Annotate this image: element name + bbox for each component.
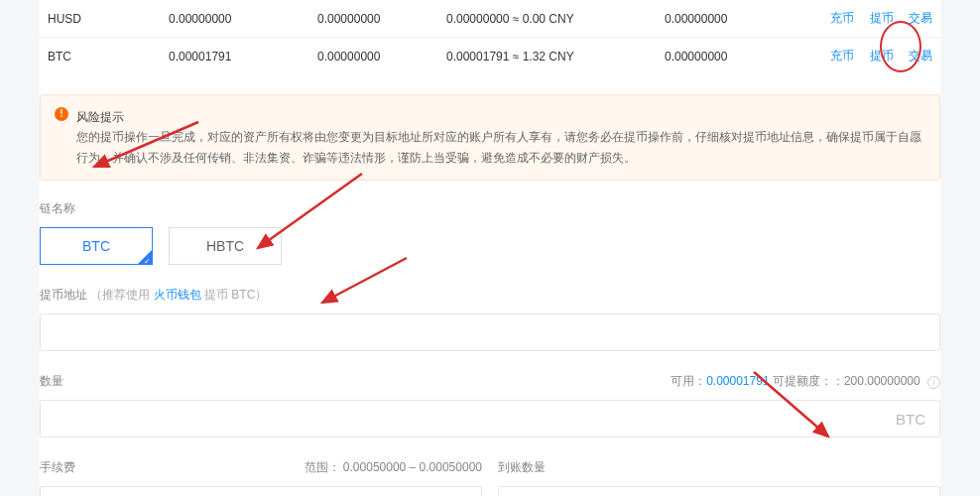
withdraw-link[interactable]: 提币: [870, 11, 894, 25]
address-label: 提币地址: [40, 288, 87, 302]
warning-title: 风险提示: [76, 110, 124, 124]
amount-input[interactable]: BTC: [40, 400, 940, 437]
withdraw-link[interactable]: 提币: [870, 49, 894, 62]
deposit-link[interactable]: 充币: [830, 49, 854, 62]
value-cell: 0.00001791 ≈ 1.32 CNY: [446, 50, 665, 63]
coin-cell: BTC: [40, 50, 169, 63]
trade-link[interactable]: 交易: [909, 11, 932, 25]
received-input: 0.00000000 BTC: [498, 486, 940, 496]
chain-tab-hbtc[interactable]: HBTC: [169, 227, 282, 265]
value-cell: 0.00000000 ≈ 0.00 CNY: [446, 12, 665, 26]
available-value: 0.00001791: [706, 374, 769, 388]
amount-field[interactable]: [55, 412, 896, 427]
warning-icon: !: [55, 107, 68, 121]
amount-label: 数量: [40, 373, 63, 390]
table-row: BTC 0.00001791 0.00000000 0.00001791 ≈ 1…: [40, 38, 940, 74]
address-field[interactable]: [55, 325, 925, 340]
deposit-link[interactable]: 充币: [830, 11, 854, 25]
table-row: HUSD 0.00000000 0.00000000 0.00000000 ≈ …: [40, 0, 940, 38]
amount-suffix: BTC: [896, 411, 925, 428]
extra-cell: 0.00000000: [665, 12, 813, 26]
address-input[interactable]: [40, 313, 940, 351]
balance-cell: 0.00001791: [169, 50, 317, 63]
fee-range: 范围： 0.00050000 – 0.00050000: [305, 459, 482, 476]
chain-tab-btc[interactable]: BTC: [40, 227, 153, 265]
wallet-link[interactable]: 火币钱包: [154, 288, 201, 302]
warning-box: ! 风险提示 您的提币操作一旦完成，对应的资产所有权将由您变更为目标地址所对应的…: [40, 94, 940, 181]
info-icon[interactable]: i: [927, 376, 940, 389]
received-label: 到账数量: [498, 459, 546, 476]
fee-label: 手续费: [40, 459, 75, 476]
frozen-cell: 0.00000000: [317, 12, 446, 26]
trade-link[interactable]: 交易: [909, 49, 932, 62]
warning-body: 您的提币操作一旦完成，对应的资产所有权将由您变更为目标地址所对应的账户所有人享有…: [76, 130, 921, 164]
balance-cell: 0.00000000: [169, 12, 317, 26]
fee-input[interactable]: 0.00050000 BTC: [40, 486, 482, 496]
chain-label: 链名称: [40, 200, 940, 217]
coin-cell: HUSD: [40, 12, 169, 26]
frozen-cell: 0.00000000: [317, 50, 446, 63]
limit-value: 200.00000000: [844, 374, 920, 388]
extra-cell: 0.00000000: [665, 50, 813, 63]
